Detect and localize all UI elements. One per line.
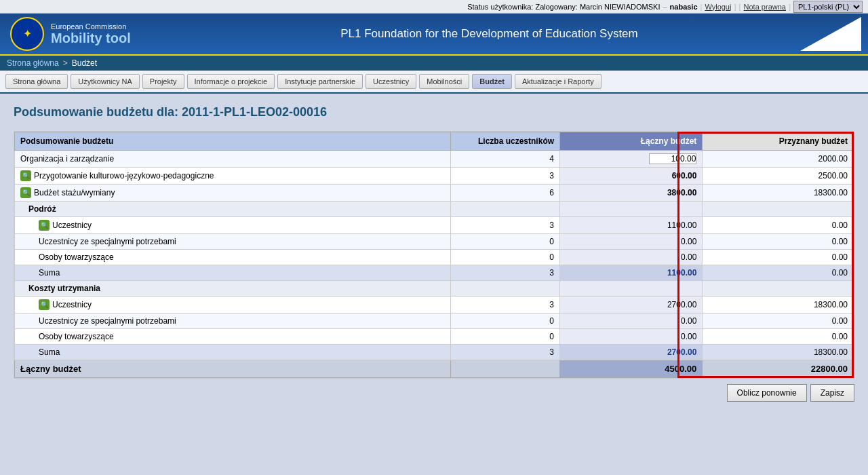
- row-count: 3: [451, 297, 560, 314]
- total-row: Łączny budżet 4500.00 22800.00: [15, 360, 854, 378]
- sum-count: 3: [451, 265, 560, 281]
- sep4: ]: [789, 3, 791, 11]
- sep3: ]: [734, 3, 736, 11]
- row-count: 3: [451, 217, 560, 234]
- breadcrumb-current: Budżet: [72, 58, 97, 68]
- row-total: 0.00: [560, 329, 703, 345]
- section-total: [560, 202, 703, 217]
- row-assigned: 0.00: [703, 329, 854, 345]
- row-name: 🔍 Przygotowanie kulturowo-językowo-pedag…: [15, 168, 451, 185]
- status-separator1: –: [663, 3, 667, 11]
- row-label: Uczestnicy: [52, 300, 92, 309]
- breadcrumb-home[interactable]: Strona główna: [7, 58, 59, 68]
- total-input[interactable]: [649, 153, 696, 164]
- row-assigned: 2000.00: [703, 151, 854, 168]
- footer-buttons: Oblicz ponownie Zapisz: [14, 384, 854, 402]
- table-row: Osoby towarzyszące 0 0.00 0.00: [15, 250, 854, 265]
- app-title-block: European Commission Mobility tool: [51, 22, 131, 46]
- sep3b: [: [739, 3, 741, 11]
- row-total: 1100.00: [560, 217, 703, 234]
- section-assigned: [703, 281, 854, 297]
- row-assigned: 18300.00: [703, 297, 854, 314]
- row-count: 3: [451, 168, 560, 185]
- save-button[interactable]: Zapisz: [810, 384, 854, 402]
- nav-bar: Strona główna Użytkownicy NA Projekty In…: [0, 71, 868, 94]
- section-label: Koszty utrzymania: [15, 281, 451, 297]
- table-row: Organizacja i zarządzanie 4 2000.00: [15, 151, 854, 168]
- section-total: [560, 281, 703, 297]
- row-total: 0.00: [560, 234, 703, 250]
- row-name: 🔍 Uczestnicy: [15, 297, 451, 314]
- status-role: nabasic: [670, 3, 698, 11]
- row-name: Osoby towarzyszące: [15, 250, 451, 265]
- table-row: 🔍 Budżet stażu/wymiany 6 3800.00 18300.0…: [15, 185, 854, 202]
- col-header-total: Łączny budżet: [560, 132, 703, 151]
- row-count: 0: [451, 234, 560, 250]
- section-count: [451, 281, 560, 297]
- col-header-name: Podsumowanie budżetu: [15, 132, 451, 151]
- table-row: Uczestnicy ze specjalnymi potrzebami 0 0…: [15, 234, 854, 250]
- total-amount: 4500.00: [560, 360, 703, 378]
- nav-partners[interactable]: Instytucje partnerskie: [277, 74, 363, 89]
- sum-count: 3: [451, 345, 560, 360]
- row-count: 0: [451, 314, 560, 329]
- row-total: 2700.00: [560, 297, 703, 314]
- row-count: 4: [451, 151, 560, 168]
- search-icon[interactable]: 🔍: [39, 220, 50, 231]
- row-name: 🔍 Budżet stażu/wymiany: [15, 185, 451, 202]
- mt-label: Mobility tool: [51, 31, 131, 46]
- sum-total: 1100.00: [560, 265, 703, 281]
- row-label: Uczestnicy: [52, 221, 92, 230]
- sum-row: Suma 3 2700.00 18300.00: [15, 345, 854, 360]
- section-row: Koszty utrzymania: [15, 281, 854, 297]
- legal-note-link[interactable]: Nota prawna: [744, 3, 786, 11]
- nav-project-info[interactable]: Informacje o projekcie: [187, 74, 275, 89]
- breadcrumb-bar: Strona główna > Budżet: [0, 56, 868, 71]
- recalculate-button[interactable]: Oblicz ponownie: [727, 384, 807, 402]
- table-row: Uczestnicy ze specjalnymi potrzebami 0 0…: [15, 314, 854, 329]
- total-assigned: 22800.00: [703, 360, 854, 378]
- col-header-count: Liczba uczestników: [451, 132, 560, 151]
- table-row: Osoby towarzyszące 0 0.00 0.00: [15, 329, 854, 345]
- nav-budget[interactable]: Budżet: [472, 74, 512, 89]
- ec-corner-logo: [800, 17, 861, 51]
- status-text: Status użytkownika: Zalogowany: Marcin N…: [467, 3, 660, 11]
- section-assigned: [703, 202, 854, 217]
- breadcrumb-sep: >: [63, 58, 68, 68]
- row-assigned: 0.00: [703, 314, 854, 329]
- section-row: Podróż: [15, 202, 854, 217]
- nav-updates[interactable]: Aktualizacje i Raporty: [515, 74, 601, 89]
- row-count: 6: [451, 185, 560, 202]
- row-assigned: 18300.00: [703, 185, 854, 202]
- section-label: Podróż: [15, 202, 451, 217]
- row-assigned: 0.00: [703, 250, 854, 265]
- row-total: 0.00: [560, 314, 703, 329]
- nav-mobilities[interactable]: Mobilności: [419, 74, 469, 89]
- row-label: Budżet stażu/wymiany: [34, 188, 115, 197]
- total-label: Łączny budżet: [15, 360, 451, 378]
- table-row: 🔍 Przygotowanie kulturowo-językowo-pedag…: [15, 168, 854, 185]
- search-icon[interactable]: 🔍: [20, 187, 31, 198]
- row-name: Uczestnicy ze specjalnymi potrzebami: [15, 234, 451, 250]
- sum-label: Suma: [15, 265, 451, 281]
- nav-users-na[interactable]: Użytkownicy NA: [71, 74, 139, 89]
- logout-link[interactable]: Wyloguj: [705, 3, 731, 11]
- nav-projects[interactable]: Projekty: [142, 74, 184, 89]
- row-total: 0.00: [560, 250, 703, 265]
- budget-table-container: Podsumowanie budżetu Liczba uczestników …: [14, 131, 854, 379]
- search-icon[interactable]: 🔍: [39, 299, 50, 310]
- table-row: 🔍 Uczestnicy 3 2700.00 18300.00: [15, 297, 854, 314]
- nav-home[interactable]: Strona główna: [5, 74, 68, 89]
- language-selector[interactable]: PL1-polski (PL): [793, 1, 863, 13]
- sum-assigned: 0.00: [703, 265, 854, 281]
- status-sep2: |: [701, 3, 703, 11]
- sum-assigned: 18300.00: [703, 345, 854, 360]
- nav-participants[interactable]: Uczestnicy: [366, 74, 416, 89]
- main-title: PL1 Foundation for the Development of Ed…: [192, 27, 787, 41]
- col-header-assigned: Przyznany budżet: [703, 132, 854, 151]
- row-total: 3800.00: [560, 185, 703, 202]
- search-icon[interactable]: 🔍: [20, 170, 31, 181]
- sum-label: Suma: [15, 345, 451, 360]
- budget-table: Podsumowanie budżetu Liczba uczestników …: [14, 132, 854, 378]
- row-name: Organizacja i zarządzanie: [15, 151, 451, 168]
